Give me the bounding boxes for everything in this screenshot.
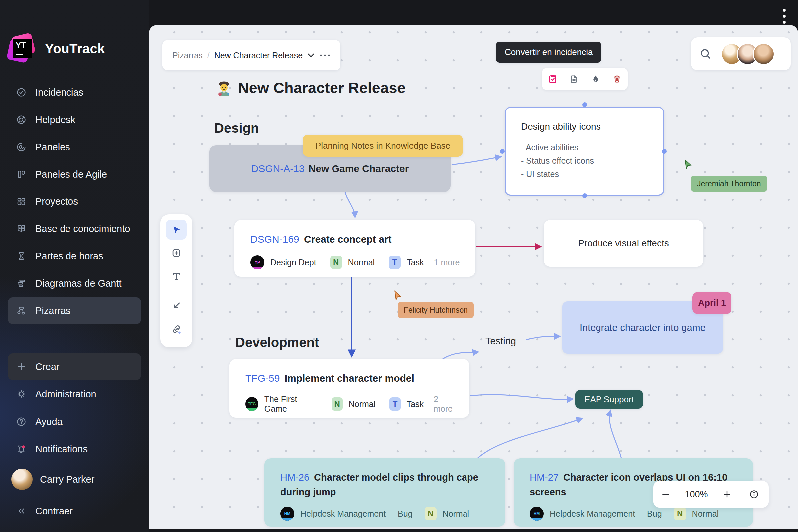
priority-label: Normal: [442, 509, 470, 519]
connector-newchar-to-ability[interactable]: [452, 157, 501, 165]
collapse-sidebar-button[interactable]: Contraer: [8, 498, 141, 524]
sidebar-item-profile[interactable]: Carry Parker: [8, 466, 141, 493]
project-avatar: HM: [280, 507, 294, 521]
book-icon: [16, 224, 26, 234]
sidebar-item-pizarras[interactable]: Pizarras: [8, 297, 141, 324]
link-icon: [170, 323, 182, 335]
selection-handle[interactable]: [662, 149, 667, 154]
sidebar-item-incidencias[interactable]: Incidencias: [8, 79, 141, 106]
whiteboard-canvas[interactable]: Pizarras / New Character Release Convert…: [149, 25, 798, 529]
select-tool-button[interactable]: [166, 220, 187, 240]
sidebar-item-helpdesk[interactable]: Helpdesk: [8, 107, 141, 133]
issue-id-link[interactable]: TFG-59: [245, 373, 280, 384]
project-name: The First Game: [264, 394, 318, 414]
kebab-menu-icon[interactable]: [781, 7, 788, 25]
type-label: Bug: [647, 509, 662, 519]
sidebar-item-administration[interactable]: Administration: [8, 381, 141, 407]
zoom-in-button[interactable]: [715, 481, 739, 508]
priority-badge: N: [674, 507, 686, 520]
type-badge: T: [389, 256, 401, 269]
sidebar-item-proyectos[interactable]: Proyectos: [8, 188, 141, 215]
card-tfg59[interactable]: TFG-59 Implement character model TFG The…: [229, 359, 470, 418]
dashboard-spiral-icon: [16, 141, 26, 152]
plus-icon: [723, 490, 731, 499]
tool-palette: [160, 214, 192, 347]
issue-title: New Game Character: [308, 163, 409, 174]
agile-board-icon: [16, 169, 26, 179]
priority-badge: N: [331, 397, 342, 411]
priority-badge: N: [424, 507, 437, 520]
sidebar-item-label: Proyectos: [35, 196, 78, 207]
sidebar-item-partes-horas[interactable]: Partes de horas: [8, 243, 141, 269]
connector-testing-to-integrate[interactable]: [526, 337, 559, 340]
plus-square-icon: [171, 247, 182, 259]
issue-id-link[interactable]: HM-27: [530, 472, 558, 483]
sidebar-item-label: Helpdesk: [35, 114, 75, 125]
collaborator-label[interactable]: Felicity Hutchinson: [398, 302, 474, 318]
app-name: YouTrack: [45, 41, 105, 56]
create-button[interactable]: Crear: [8, 354, 141, 380]
cursor-arrow-icon: [171, 224, 182, 235]
sidebar-item-label: Diagramas de Gantt: [35, 278, 122, 289]
card-list-item: - Status effect icons: [521, 154, 648, 167]
card-produce-visual-effects[interactable]: Produce visual effects: [544, 220, 703, 267]
user-name: Carry Parker: [40, 474, 94, 485]
issue-id-link[interactable]: DSGN-169: [250, 234, 299, 245]
whiteboard-icon: [16, 305, 26, 316]
gear-icon: [16, 389, 26, 399]
issue-title: Character model clips through cape durin…: [280, 472, 478, 497]
sidebar-item-label: Incidencias: [35, 87, 83, 98]
sidebar-item-gantt[interactable]: Diagramas de Gantt: [8, 270, 141, 297]
more-fields-label[interactable]: 1 more: [434, 258, 460, 267]
date-badge[interactable]: April 1: [692, 292, 732, 314]
card-title: Integrate character into game: [580, 322, 706, 333]
user-avatar: [11, 469, 33, 490]
collaborator-label[interactable]: Jeremiah Thornton: [691, 175, 767, 191]
link-tool-button[interactable]: [166, 319, 187, 339]
sidebar-item-label: Base de conocimiento: [35, 224, 130, 234]
priority-label: Normal: [349, 399, 376, 409]
connector-tfg59-to-eap[interactable]: [470, 395, 573, 399]
card-dsgn169[interactable]: DSGN-169 Create concept art YP Design De…: [234, 220, 475, 277]
sidebar-item-notifications[interactable]: Notifications: [8, 436, 141, 462]
selection-handle[interactable]: [500, 149, 505, 154]
card-design-ability-icons[interactable]: Design ability icons - Active abilities …: [505, 107, 664, 195]
project-name: Helpdesk Management: [300, 509, 386, 519]
app-logo[interactable]: YT YouTrack: [8, 35, 105, 62]
issue-id-link[interactable]: DSGN-A-13: [251, 163, 305, 174]
sidebar-item-label: Administration: [35, 389, 96, 400]
sidebar-item-paneles-agile[interactable]: Paneles de Agile: [8, 161, 141, 188]
sticky-note[interactable]: Planning Notes in Knowledge Base: [303, 135, 463, 157]
hourglass-icon: [16, 251, 26, 261]
card-hm26[interactable]: HM-26 Character model clips through cape…: [264, 458, 506, 527]
collapse-label: Contraer: [35, 506, 73, 517]
label-eap-support[interactable]: EAP Support: [575, 390, 643, 408]
sidebar-item-label: Ayuda: [35, 416, 62, 427]
issue-id-link[interactable]: HM-26: [280, 472, 309, 483]
issue-meta: HM Helpdesk Management Bug N Normal: [280, 507, 492, 521]
insert-tool-button[interactable]: [166, 296, 187, 316]
selection-handle[interactable]: [582, 193, 587, 198]
sidebar-item-label: Paneles: [35, 141, 70, 153]
project-name: Helpdesk Management: [550, 509, 635, 519]
create-label: Crear: [35, 361, 59, 373]
text-label-testing[interactable]: Testing: [486, 336, 516, 347]
zoom-level[interactable]: 100%: [678, 490, 715, 500]
sidebar-item-paneles[interactable]: Paneles: [8, 134, 141, 160]
issue-title: Create concept art: [304, 234, 391, 245]
app-window: YT YouTrack Incidencias Helpdesk Paneles…: [0, 0, 798, 532]
zoom-control: 100%: [653, 481, 769, 508]
selection-handle[interactable]: [582, 102, 587, 107]
sidebar-item-base-conocimiento[interactable]: Base de conocimiento: [8, 215, 141, 242]
more-fields-label[interactable]: 2 more: [434, 394, 457, 414]
info-button[interactable]: [740, 481, 769, 508]
issue-meta: TFG The First Game N Normal T Task 2 mor…: [245, 394, 457, 414]
text-tool-button[interactable]: [166, 266, 187, 286]
card-title: Produce visual effects: [578, 238, 669, 249]
connector-newchar-to-dsgn169[interactable]: [345, 192, 355, 217]
zoom-out-button[interactable]: [653, 481, 678, 508]
add-frame-tool-button[interactable]: [166, 243, 187, 263]
sidebar-item-label: Paneles de Agile: [35, 169, 107, 180]
sidebar-item-ayuda[interactable]: Ayuda: [8, 408, 141, 435]
project-avatar: TFG: [245, 397, 258, 411]
